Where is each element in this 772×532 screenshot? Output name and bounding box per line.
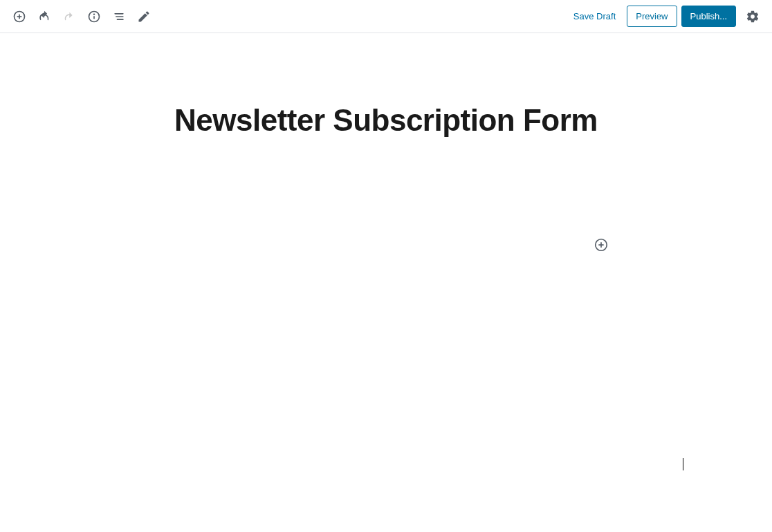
redo-icon	[62, 10, 76, 24]
undo-button[interactable]	[32, 4, 57, 29]
gear-icon	[746, 10, 760, 24]
plus-circle-icon	[12, 10, 26, 24]
editor-content-area[interactable]: Newsletter Subscription Form	[0, 33, 772, 139]
list-icon	[112, 10, 126, 24]
undo-icon	[37, 10, 51, 24]
settings-button[interactable]	[740, 4, 765, 29]
info-button[interactable]	[82, 4, 107, 29]
save-draft-button[interactable]: Save Draft	[567, 7, 623, 26]
post-title[interactable]: Newsletter Subscription Form	[0, 102, 772, 139]
inline-add-block-button[interactable]	[594, 237, 609, 253]
preview-button[interactable]: Preview	[627, 6, 677, 27]
text-cursor-icon	[683, 458, 683, 470]
add-block-button[interactable]	[7, 4, 32, 29]
block-navigation-button[interactable]	[107, 4, 131, 29]
edit-button[interactable]	[131, 4, 156, 29]
plus-circle-icon	[594, 237, 609, 253]
redo-button	[57, 4, 82, 29]
pencil-icon	[137, 10, 151, 24]
info-icon	[87, 10, 101, 24]
toolbar-left-group	[7, 4, 156, 29]
editor-toolbar: Save Draft Preview Publish...	[0, 0, 772, 33]
toolbar-right-group: Save Draft Preview Publish...	[567, 4, 765, 29]
svg-point-5	[94, 14, 95, 15]
publish-button[interactable]: Publish...	[681, 6, 736, 27]
